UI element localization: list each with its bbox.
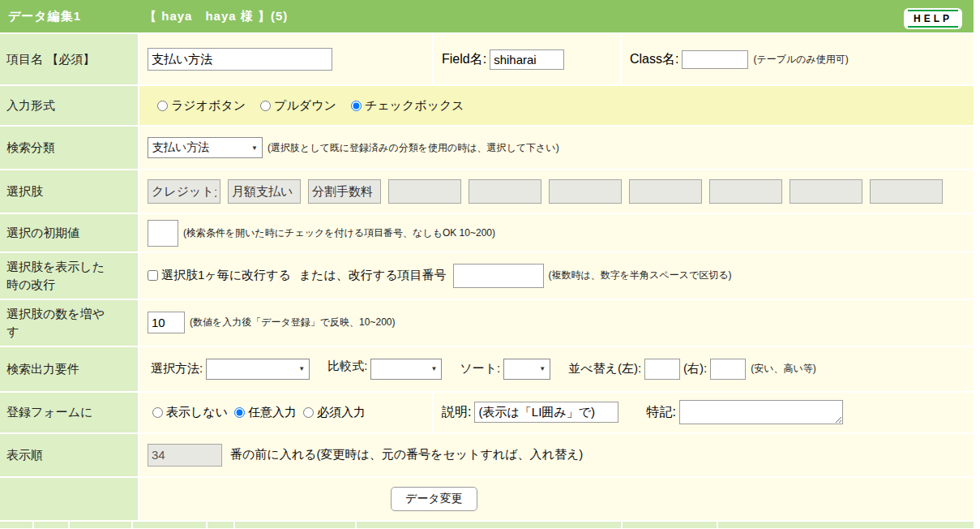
row-label-increase: 選択肢の数を増やす — [0, 300, 138, 346]
optional-radio[interactable] — [234, 407, 245, 418]
strip-cell — [0, 522, 32, 528]
input-type-option-pulldown[interactable]: プルダウン — [260, 98, 336, 114]
search-output-note: (安い、高い等) — [751, 362, 816, 376]
choice-input-3[interactable] — [308, 179, 381, 204]
row-label-choices: 選択肢 — [0, 170, 138, 213]
order-right-input[interactable] — [710, 359, 746, 380]
search-category-select[interactable]: 支払い方法 ▼ — [148, 137, 263, 158]
search-category-note: (選択肢として既に登録済みの分類を使用の時は、選択して下さい) — [267, 141, 559, 155]
display-order-input[interactable] — [148, 444, 222, 467]
order-left-label: 並べ替え(左): — [568, 361, 641, 376]
dropdown-arrow-icon: ▼ — [251, 144, 258, 152]
strip-cell — [623, 522, 717, 528]
header-bar: データ編集1 【 haya haya 様 】(5) HELP — [0, 0, 974, 32]
choice-input-10[interactable] — [870, 179, 943, 204]
order-left-input[interactable] — [644, 359, 680, 380]
dropdown-arrow-icon: ▼ — [430, 365, 437, 372]
row-label-search-output: 検索出力要件 — [0, 347, 138, 391]
register-form-options-cell: 表示しない 任意入力 必須入力 — [139, 393, 432, 432]
form-row-linebreak: 選択肢を表示した時の改行 選択肢1ヶ毎に改行する または、改行する項目番号 (複… — [0, 253, 974, 299]
compare-select[interactable]: ▼ — [370, 359, 442, 380]
row-label-display-order: 表示順 — [0, 434, 138, 476]
description-label: 説明: — [442, 404, 471, 421]
select-method-label: 選択方法: — [151, 361, 203, 376]
item-name-input[interactable] — [148, 48, 332, 71]
form-row-register-form: 登録フォームに 表示しない 任意入力 必須入力 説明: 特記: — [0, 393, 974, 432]
linebreak-note: (複数時は、数字を半角スペースで区切る) — [549, 269, 732, 282]
choice-input-9[interactable] — [790, 179, 862, 204]
input-type-option-radio[interactable]: ラジオボタン — [157, 98, 246, 114]
page-title: データ編集1 — [8, 9, 81, 24]
field-name-cell: Field名: — [434, 34, 620, 84]
register-form-option-required[interactable]: 必須入力 — [303, 405, 366, 420]
choice-input-7[interactable] — [629, 179, 702, 204]
field-name-label: Field名: — [442, 51, 486, 68]
dropdown-arrow-icon: ▼ — [298, 365, 305, 372]
strip-cell — [208, 522, 233, 528]
row-label-linebreak: 選択肢を表示した時の改行 — [0, 253, 138, 299]
choice-input-1[interactable] — [148, 179, 220, 204]
tokki-textarea[interactable] — [679, 400, 843, 424]
choice-input-8[interactable] — [709, 179, 782, 204]
strip-cell — [718, 522, 974, 528]
description-input[interactable] — [474, 402, 618, 423]
increase-count-input[interactable] — [148, 312, 185, 333]
register-form-option-optional[interactable]: 任意入力 — [234, 405, 297, 420]
register-form-desc-cell: 説明: 特記: — [434, 393, 974, 432]
data-edit-page: データ編集1 【 haya haya 様 】(5) HELP 項目名 【必須】 … — [0, 0, 974, 528]
form-row-increase: 選択肢の数を増やす (数値を入力後「データ登録」で反映、10~200) — [0, 300, 974, 346]
increase-note: (数値を入力後「データ登録」で反映、10~200) — [190, 316, 396, 329]
form-row-search-category: 検索分類 支払い方法 ▼ (選択肢として既に登録済みの分類を使用の時は、選択して… — [0, 127, 974, 169]
form-row-submit: データ変更 — [0, 478, 974, 520]
help-button-label: HELP — [908, 10, 958, 28]
order-right-label: (右): — [683, 361, 707, 376]
row-label-initial-value: 選択の初期値 — [0, 214, 138, 252]
required-radio[interactable] — [303, 407, 314, 418]
strip-cell — [70, 522, 131, 528]
class-name-note: (テーブルのみ使用可) — [753, 53, 848, 67]
input-type-radio-button[interactable] — [157, 101, 168, 111]
input-type-checkbox-radio[interactable] — [351, 101, 362, 111]
linebreak-checkbox[interactable] — [148, 270, 158, 281]
form-row-choices: 選択肢 — [0, 170, 974, 213]
row-label-empty — [0, 478, 138, 520]
input-type-option-checkbox[interactable]: チェックボックス — [351, 98, 464, 114]
register-form-option-hide[interactable]: 表示しない — [152, 405, 228, 420]
choice-input-6[interactable] — [549, 179, 622, 204]
data-change-button[interactable]: データ変更 — [391, 487, 477, 511]
linebreak-mid-label: または、改行する項目番号 — [299, 268, 447, 283]
user-label: 【 haya haya 様 】(5) — [144, 9, 288, 24]
sort-label: ソート: — [460, 361, 500, 376]
compare-label: 比較式: — [327, 359, 367, 380]
input-type-pulldown-radio[interactable] — [260, 101, 271, 111]
item-name-cell — [139, 34, 432, 84]
row-label-item-name: 項目名 【必須】 — [0, 34, 138, 84]
row-label-search-category: 検索分類 — [0, 127, 138, 169]
form-row-initial-value: 選択の初期値 (検索条件を開いた時にチェックを付ける項目番号、なしもOK 10~… — [0, 214, 974, 252]
form-row-item-name: 項目名 【必須】 Field名: Class名: (テーブルのみ使用可) — [0, 34, 974, 84]
dropdown-arrow-icon: ▼ — [539, 365, 546, 372]
strip-cell — [133, 522, 206, 528]
form-row-display-order: 表示順 番の前に入れる(変更時は、元の番号をセットすれば、入れ替え) — [0, 434, 974, 476]
initial-value-note: (検索条件を開いた時にチェックを付ける項目番号、なしもOK 10~200) — [183, 226, 495, 240]
field-name-input[interactable] — [490, 49, 564, 70]
tokki-label: 特記: — [646, 404, 675, 421]
next-table-strip — [0, 522, 974, 528]
choice-input-4[interactable] — [388, 179, 461, 204]
choice-input-5[interactable] — [469, 179, 541, 204]
linebreak-number-input[interactable] — [453, 264, 544, 288]
row-label-input-type: 入力形式 — [0, 86, 138, 125]
form-row-input-type: 入力形式 ラジオボタン プルダウン チェックボックス — [0, 86, 974, 125]
form-row-search-output: 検索出力要件 選択方法: ▼ 比較式: ▼ ソート: ▼ 並べ替え(左): (右… — [0, 347, 974, 391]
initial-value-input[interactable] — [148, 220, 178, 247]
sort-select[interactable]: ▼ — [503, 359, 550, 380]
class-name-input[interactable] — [682, 50, 748, 69]
select-method-select[interactable]: ▼ — [206, 359, 310, 380]
choice-input-2[interactable] — [228, 179, 301, 204]
row-label-register-form: 登録フォームに — [0, 393, 138, 432]
linebreak-checkbox-label: 選択肢1ヶ毎に改行する — [161, 268, 291, 283]
strip-cell — [34, 522, 68, 528]
help-button[interactable]: HELP — [904, 8, 962, 29]
hide-radio[interactable] — [152, 407, 163, 418]
display-order-note: 番の前に入れる(変更時は、元の番号をセットすれば、入れ替え) — [230, 447, 583, 462]
